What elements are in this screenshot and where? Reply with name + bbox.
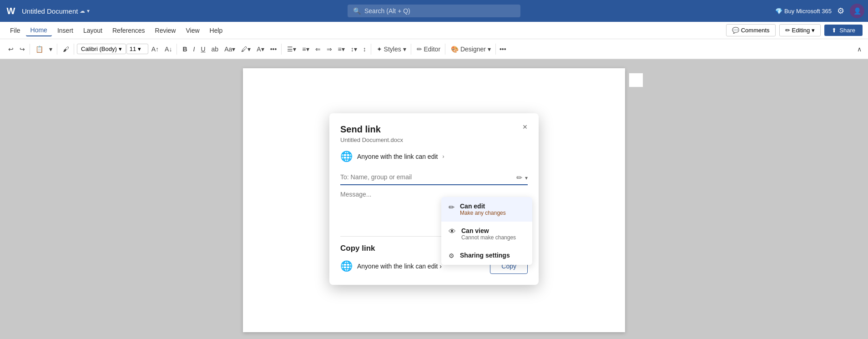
to-field-container: ✏ ▾ xyxy=(340,170,528,185)
can-view-subtitle: Cannot make changes xyxy=(461,234,516,241)
comments-button[interactable]: 💬 Comments xyxy=(726,24,776,36)
permission-chevron-icon[interactable]: ▾ xyxy=(525,174,528,181)
close-dialog-button[interactable]: × xyxy=(519,121,531,133)
format-painter-group: 🖌 xyxy=(58,44,74,55)
styles-button[interactable]: ✦ Styles ▾ xyxy=(374,44,409,55)
user-avatar[interactable]: 👤 xyxy=(850,4,864,18)
dialog-title: Send link xyxy=(340,124,528,135)
indent-button[interactable]: ⇒ xyxy=(324,44,335,55)
collapse-ribbon-button[interactable]: ∧ xyxy=(854,44,864,55)
editing-label: Editing xyxy=(792,27,810,34)
format-painter-button[interactable]: 🖌 xyxy=(60,44,72,55)
can-view-icon: 👁 xyxy=(449,228,456,236)
settings-icon[interactable]: ⚙ xyxy=(837,6,844,16)
menu-review[interactable]: Review xyxy=(151,25,181,36)
editing-chevron: ▾ xyxy=(812,27,815,34)
search-placeholder: Search (Alt + Q) xyxy=(364,7,410,15)
comments-label: Comments xyxy=(741,27,770,34)
font-increase-button[interactable]: A↑ xyxy=(149,44,161,55)
font-selector[interactable]: Calibri (Body) ▾ xyxy=(77,44,126,54)
title-bar: W Untitled Document ☁ ▾ 🔍 Search (Alt + … xyxy=(0,0,868,22)
highlight-button[interactable]: 🖊▾ xyxy=(238,44,253,55)
bold-button[interactable]: B xyxy=(180,44,190,55)
permission-pencil-icon[interactable]: ✏ xyxy=(516,173,522,182)
styles-group: ✦ Styles ▾ xyxy=(372,44,411,55)
undo-redo-group: ↩ ↪ xyxy=(4,44,30,55)
word-icon: W xyxy=(4,4,18,18)
menu-help[interactable]: Help xyxy=(205,25,227,36)
buy-365-label: Buy Microsoft 365 xyxy=(784,8,832,15)
paste-arrow[interactable]: ▾ xyxy=(46,44,55,55)
copy-link-setting-label: Anyone with the link can edit xyxy=(357,263,438,270)
line-spacing-button[interactable]: ↕▾ xyxy=(348,44,360,55)
can-edit-content: Can edit Make any changes xyxy=(460,202,506,216)
to-field-input[interactable] xyxy=(340,170,528,185)
editor-button[interactable]: ✏ Editor xyxy=(414,44,443,55)
redo-button[interactable]: ↪ xyxy=(17,44,28,55)
font-group: Calibri (Body) ▾ 11 ▾ A↑ A↓ xyxy=(75,44,177,55)
clipboard-button[interactable]: 📋 xyxy=(33,44,46,55)
modal-overlay: × Send link Untitled Document.docx 🌐 Any… xyxy=(0,59,868,339)
can-edit-subtitle: Make any changes xyxy=(460,210,506,216)
case-button[interactable]: Aa▾ xyxy=(222,44,238,55)
text-format-group: B I U ab Aa▾ 🖊▾ A▾ ••• xyxy=(178,44,282,55)
outdent-button[interactable]: ⇐ xyxy=(313,44,323,55)
list-group: ☰▾ ≡▾ ⇐ ⇒ ≡▾ ↕▾ ↕ xyxy=(283,44,371,55)
can-view-title: Can view xyxy=(461,227,516,234)
can-edit-option[interactable]: ✏ Can edit Make any changes xyxy=(441,197,532,222)
menu-insert[interactable]: Insert xyxy=(53,25,78,36)
undo-button[interactable]: ↩ xyxy=(5,44,16,55)
document-area: × Send link Untitled Document.docx 🌐 Any… xyxy=(0,59,868,339)
sharing-settings-content: Sharing settings xyxy=(460,252,510,259)
menu-view[interactable]: View xyxy=(181,25,204,36)
can-edit-title: Can edit xyxy=(460,202,506,210)
permission-dropdown: ✏ Can edit Make any changes 👁 Can view C… xyxy=(441,197,532,265)
diamond-icon: 💎 xyxy=(775,8,782,15)
bullet-list-button[interactable]: ☰▾ xyxy=(284,44,299,55)
doc-title-text: Untitled Document xyxy=(22,7,78,15)
menu-home[interactable]: Home xyxy=(26,25,52,36)
copy-globe-icon: 🌐 xyxy=(340,260,353,272)
to-field-icons: ✏ ▾ xyxy=(516,173,528,182)
link-setting-row[interactable]: 🌐 Anyone with the link can edit › xyxy=(340,151,528,162)
numbered-list-button[interactable]: ≡▾ xyxy=(299,44,312,55)
font-decrease-button[interactable]: A↓ xyxy=(162,44,175,55)
underline-button[interactable]: U xyxy=(198,44,208,55)
globe-icon: 🌐 xyxy=(340,151,353,162)
more-text-button[interactable]: ••• xyxy=(267,44,280,55)
strikethrough-button[interactable]: ab xyxy=(209,44,222,55)
document-title: Untitled Document ☁ ▾ xyxy=(22,7,90,15)
font-chevron: ▾ xyxy=(119,46,122,52)
title-bar-right: 💎 Buy Microsoft 365 ⚙ 👤 xyxy=(775,4,864,18)
sharing-settings-option[interactable]: ⚙ Sharing settings xyxy=(441,246,532,265)
sharing-settings-icon: ⚙ xyxy=(449,252,454,259)
sort-button[interactable]: ↕ xyxy=(360,44,369,55)
font-size-selector[interactable]: 11 ▾ xyxy=(126,44,148,54)
copy-link-setting-text: Anyone with the link can edit › xyxy=(357,263,442,270)
sharing-settings-title: Sharing settings xyxy=(460,252,510,259)
designer-button[interactable]: 🎨 Designer ▾ xyxy=(448,44,494,55)
menu-references[interactable]: References xyxy=(108,25,150,36)
more-toolbar-button[interactable]: ••• xyxy=(497,44,509,55)
menu-layout[interactable]: Layout xyxy=(79,25,107,36)
align-button[interactable]: ≡▾ xyxy=(335,44,348,55)
title-bar-left: W Untitled Document ☁ ▾ xyxy=(4,4,90,18)
to-field-wrapper: ✏ ▾ ✏ Can edit Make any changes 👁 xyxy=(340,170,528,185)
toolbar: ↩ ↪ 📋 ▾ 🖌 Calibri (Body) ▾ 11 ▾ A↑ A↓ B … xyxy=(0,39,868,59)
share-button[interactable]: ⬆ Share xyxy=(824,25,863,36)
share-icon: ⬆ xyxy=(832,27,837,34)
buy-365-button[interactable]: 💎 Buy Microsoft 365 xyxy=(775,8,832,15)
size-chevron: ▾ xyxy=(138,46,141,52)
can-view-option[interactable]: 👁 Can view Cannot make changes xyxy=(441,222,532,246)
can-view-content: Can view Cannot make changes xyxy=(461,227,516,241)
italic-button[interactable]: I xyxy=(191,44,198,55)
pencil-edit-icon: ✏ xyxy=(785,27,790,34)
search-bar[interactable]: 🔍 Search (Alt + Q) xyxy=(348,5,520,17)
title-cloud-icon: ☁ xyxy=(80,8,85,14)
menu-file[interactable]: File xyxy=(5,25,25,36)
title-chevron-icon[interactable]: ▾ xyxy=(87,8,90,14)
link-setting-arrow: › xyxy=(442,153,444,160)
editing-button[interactable]: ✏ Editing ▾ xyxy=(779,24,821,36)
font-size-value: 11 xyxy=(130,46,136,52)
font-color-button[interactable]: A▾ xyxy=(254,44,267,55)
